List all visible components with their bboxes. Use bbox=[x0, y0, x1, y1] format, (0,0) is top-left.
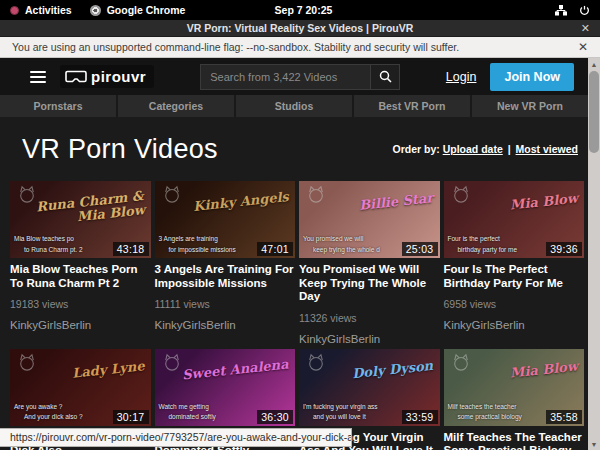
chrome-app-icon bbox=[90, 5, 101, 16]
video-title[interactable]: You Promised We Will Keep Trying The Who… bbox=[299, 263, 440, 304]
thumbnail-caption: 3 Angels are trainingfor impossible miss… bbox=[159, 234, 236, 255]
activities-button[interactable]: Activities bbox=[10, 4, 72, 16]
focused-app-name: Google Chrome bbox=[107, 4, 186, 16]
video-views: 19183 views bbox=[10, 298, 151, 310]
thumbnail-caption: You promised we willkeep trying the whol… bbox=[303, 234, 380, 255]
video-card: Kinky Angels 3 Angels are trainingfor im… bbox=[155, 181, 296, 345]
video-card: Billie Star You promised we willkeep try… bbox=[299, 181, 440, 345]
chrome-warning-bar: You are using an unsupported command-lin… bbox=[0, 37, 600, 58]
video-grid: Runa Charm & Mia Blow Mia Blow teaches p… bbox=[10, 181, 584, 450]
main-nav: Pornstars Categories Studios Best VR Por… bbox=[0, 95, 588, 117]
clock[interactable]: Sep 7 20:25 bbox=[275, 4, 333, 16]
thumbnail-performer-name: Lady Lyne bbox=[71, 359, 145, 380]
thumbnail-caption: Four is the perfectbirthday party for me bbox=[448, 234, 518, 255]
video-thumbnail[interactable]: Lady Lyne Are you awake ?And your dick a… bbox=[10, 349, 151, 426]
tab-close-icon[interactable]: ✕ bbox=[581, 22, 590, 35]
studio-cat-watermark-icon bbox=[161, 185, 183, 203]
thumbnail-performer-name: Doly Dyson bbox=[352, 358, 434, 380]
page-title-row: VR Porn Videos Order by: Upload date | M… bbox=[0, 117, 588, 181]
studio-cat-watermark-icon bbox=[161, 353, 183, 371]
site-header: pirouvr Login Join Now bbox=[0, 58, 588, 95]
nav-item-studios[interactable]: Studios bbox=[236, 95, 352, 117]
video-thumbnail[interactable]: Sweet Analena Watch me gettingdominated … bbox=[155, 349, 296, 426]
page-viewport: pirouvr Login Join Now Pornstars Categor… bbox=[0, 58, 588, 450]
duration-badge: 47:01 bbox=[257, 242, 293, 256]
activities-label: Activities bbox=[25, 4, 72, 16]
warning-close-icon[interactable]: ✕ bbox=[578, 40, 588, 54]
video-card: Mia Blow Four is the perfectbirthday par… bbox=[444, 181, 585, 345]
order-separator: | bbox=[506, 143, 513, 155]
menu-hamburger-icon[interactable] bbox=[30, 71, 46, 83]
duration-badge: 25:03 bbox=[402, 242, 438, 256]
video-views: 11326 views bbox=[299, 312, 440, 324]
video-views: 6958 views bbox=[444, 298, 585, 310]
browser-title-bar: VR Porn: Virtual Reality Sex Videos | Pi… bbox=[0, 20, 600, 37]
thumbnail-caption: Mia Blow teaches poto Runa Charm pt. 2 bbox=[14, 234, 83, 255]
nav-item-new-vr[interactable]: New VR Porn bbox=[472, 95, 588, 117]
desktop-screen: Activities Google Chrome Sep 7 20:25 VR … bbox=[0, 0, 600, 450]
warning-text: You are using an unsupported command-lin… bbox=[12, 41, 459, 53]
video-card: Runa Charm & Mia Blow Mia Blow teaches p… bbox=[10, 181, 151, 345]
video-title[interactable]: Four Is The Perfect Birthday Party For M… bbox=[444, 263, 585, 290]
nav-item-categories[interactable]: Categories bbox=[118, 95, 234, 117]
vr-goggles-icon bbox=[65, 70, 87, 83]
studio-cat-watermark-icon bbox=[450, 185, 472, 203]
studio-cat-watermark-icon bbox=[450, 353, 472, 371]
studio-link[interactable]: KinkyGirlsBerlin bbox=[299, 333, 440, 345]
order-link-upload-date[interactable]: Upload date bbox=[443, 143, 503, 155]
join-now-button[interactable]: Join Now bbox=[490, 63, 574, 91]
thumbnail-caption: Are you awake ?And your dick also ? bbox=[14, 402, 83, 423]
page-scrollbar[interactable]: ▲ ▼ bbox=[588, 58, 600, 450]
scrollbar-thumb[interactable] bbox=[589, 71, 599, 153]
page-title: VR Porn Videos bbox=[22, 134, 218, 165]
thumbnail-performer-name: Kinky Angels bbox=[193, 190, 290, 214]
system-top-bar: Activities Google Chrome Sep 7 20:25 bbox=[0, 0, 600, 20]
thumbnail-performer-name: Sweet Analena bbox=[182, 357, 290, 382]
thumbnail-caption: Watch me gettingdominated softly bbox=[159, 402, 216, 423]
thumbnail-performer-name: Mia Blow bbox=[509, 359, 578, 380]
order-by-label: Order by: bbox=[392, 143, 439, 155]
search-button[interactable] bbox=[370, 64, 400, 90]
studio-cat-watermark-icon bbox=[16, 353, 38, 371]
thumbnail-performer-name: Billie Star bbox=[359, 191, 434, 212]
scroll-up-icon[interactable]: ▲ bbox=[588, 58, 600, 70]
video-title[interactable]: Mia Blow Teaches Porn To Runa Charm Pt 2 bbox=[10, 263, 151, 290]
power-icon[interactable] bbox=[579, 5, 590, 16]
logo-text: pirouvr bbox=[91, 68, 146, 85]
network-icon[interactable] bbox=[555, 5, 567, 16]
studio-link[interactable]: KinkyGirlsBerlin bbox=[10, 319, 151, 331]
video-thumbnail[interactable]: Runa Charm & Mia Blow Mia Blow teaches p… bbox=[10, 181, 151, 258]
duration-badge: 43:18 bbox=[113, 242, 149, 256]
video-thumbnail[interactable]: Billie Star You promised we willkeep try… bbox=[299, 181, 440, 258]
duration-badge: 39:36 bbox=[546, 242, 582, 256]
search-input[interactable] bbox=[200, 64, 370, 90]
studio-cat-watermark-icon bbox=[305, 353, 327, 371]
studio-link[interactable]: KinkyGirlsBerlin bbox=[155, 319, 296, 331]
video-thumbnail[interactable]: Doly Dyson I'm fucking your virgin assan… bbox=[299, 349, 440, 426]
duration-badge: 35:58 bbox=[546, 410, 582, 424]
order-by: Order by: Upload date | Most viewed bbox=[392, 143, 578, 155]
duration-badge: 30:17 bbox=[113, 410, 149, 424]
thumbnail-performer-name: Mia Blow bbox=[509, 191, 578, 212]
video-thumbnail[interactable]: Mia Blow Milf teaches the teachersome pr… bbox=[444, 349, 585, 426]
site-logo[interactable]: pirouvr bbox=[60, 65, 154, 88]
video-title[interactable]: Milf Teaches The Teacher Some Practical … bbox=[444, 431, 585, 450]
thumbnail-caption: I'm fucking your virgin assand you will … bbox=[303, 402, 378, 423]
thumbnail-caption: Milf teaches the teachersome practical b… bbox=[448, 402, 522, 423]
video-thumbnail[interactable]: Mia Blow Four is the perfectbirthday par… bbox=[444, 181, 585, 258]
order-link-most-viewed[interactable]: Most viewed bbox=[516, 143, 578, 155]
duration-badge: 36:30 bbox=[257, 410, 293, 424]
video-views: 11111 views bbox=[155, 298, 296, 310]
video-thumbnail[interactable]: Kinky Angels 3 Angels are trainingfor im… bbox=[155, 181, 296, 258]
nav-item-best-vr[interactable]: Best VR Porn bbox=[354, 95, 470, 117]
video-title[interactable]: 3 Angels Are Training For Impossible Mis… bbox=[155, 263, 296, 290]
video-card: Mia Blow Milf teaches the teachersome pr… bbox=[444, 349, 585, 450]
scroll-down-icon[interactable]: ▼ bbox=[588, 438, 600, 450]
login-link[interactable]: Login bbox=[446, 70, 477, 84]
focused-app-menu[interactable]: Google Chrome bbox=[90, 4, 186, 16]
studio-link[interactable]: KinkyGirlsBerlin bbox=[444, 319, 585, 331]
tab-title: VR Porn: Virtual Reality Sex Videos | Pi… bbox=[187, 22, 414, 34]
nav-item-pornstars[interactable]: Pornstars bbox=[0, 95, 116, 117]
search-icon bbox=[379, 70, 392, 83]
screen-record-dot-icon bbox=[10, 6, 19, 15]
